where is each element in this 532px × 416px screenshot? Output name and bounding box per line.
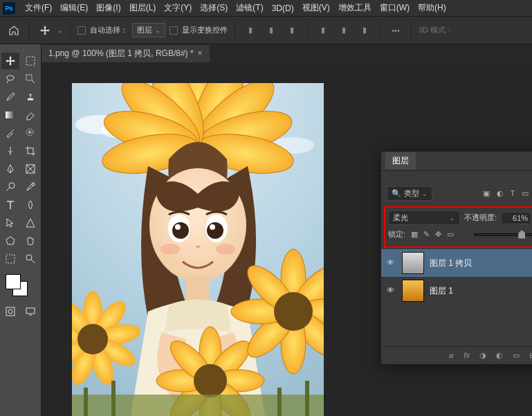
lock-paint-icon[interactable]: ✎ xyxy=(423,230,430,239)
svg-rect-8 xyxy=(6,255,15,263)
move-tool[interactable] xyxy=(1,53,19,69)
svg-point-55 xyxy=(194,364,227,397)
search-icon: 🔍 xyxy=(392,189,401,198)
align-left-icon[interactable]: ▮ xyxy=(242,22,259,39)
auto-select-label: 自动选择： xyxy=(90,25,128,35)
align-center-h-icon[interactable]: ▮ xyxy=(263,22,279,39)
hand-tool[interactable] xyxy=(21,233,39,249)
clone-stamp-tool[interactable] xyxy=(21,89,39,105)
layer-thumbnail[interactable] xyxy=(402,252,424,274)
pen-tool[interactable] xyxy=(1,161,19,177)
adjustment-layer-icon[interactable]: ◐ xyxy=(496,351,503,360)
layer-mask-icon[interactable]: ◑ xyxy=(479,351,486,360)
svg-rect-0 xyxy=(26,57,35,65)
shape-tool[interactable] xyxy=(21,215,39,231)
path-select-tool[interactable] xyxy=(1,215,19,231)
align-center-v-icon[interactable]: ▮ xyxy=(336,22,352,39)
brush-tool[interactable] xyxy=(1,89,19,105)
rectangle-tool[interactable] xyxy=(1,233,19,249)
new-layer-icon[interactable]: ⊞ xyxy=(529,351,532,360)
opacity-input[interactable]: 61% xyxy=(501,212,531,224)
menu-select[interactable]: 选择(S) xyxy=(196,2,232,14)
move-tool-indicator xyxy=(37,22,53,39)
layer-filter-type-dropdown[interactable]: 🔍 类型 ⌄ xyxy=(387,186,432,201)
menu-layer[interactable]: 图层(L) xyxy=(125,2,160,14)
blur-tool[interactable] xyxy=(21,197,39,213)
menu-image[interactable]: 图像(I) xyxy=(92,2,125,14)
menu-type[interactable]: 文字(Y) xyxy=(160,2,196,14)
dodge-tool[interactable] xyxy=(1,179,19,195)
spot-heal-tool[interactable] xyxy=(21,125,39,141)
menu-file[interactable]: 文件(F) xyxy=(21,2,56,14)
svg-point-40 xyxy=(172,222,189,239)
screen-mode-tool[interactable] xyxy=(21,303,39,320)
gradient-tool[interactable] xyxy=(1,107,19,123)
layer-name[interactable]: 图层 1 xyxy=(430,285,453,297)
type-tool[interactable] xyxy=(1,197,19,213)
filter-adjust-icon[interactable]: ◐ xyxy=(497,189,504,198)
opacity-slider[interactable] xyxy=(474,233,532,236)
menu-plugins[interactable]: 增效工具 xyxy=(334,2,376,14)
history-brush-tool[interactable] xyxy=(21,179,39,195)
crop-tool[interactable] xyxy=(21,143,39,159)
layer-item[interactable]: 👁 图层 1 xyxy=(381,277,532,305)
ellipse-tool[interactable] xyxy=(1,251,19,267)
foreground-color-swatch[interactable] xyxy=(6,274,21,289)
filter-shape-icon[interactable]: ▭ xyxy=(522,189,529,198)
eraser-tool[interactable] xyxy=(21,107,39,123)
align-top-icon[interactable]: ▮ xyxy=(315,22,331,39)
paint-bucket-tool[interactable] xyxy=(1,143,19,159)
menu-3d[interactable]: 3D(D) xyxy=(268,3,298,13)
tool-preset-dropdown[interactable]: ⌄ xyxy=(57,27,63,34)
lock-artboard-icon[interactable]: ▭ xyxy=(447,230,454,239)
visibility-icon[interactable]: 👁 xyxy=(387,286,396,296)
blend-mode-dropdown[interactable]: 柔光⌄ xyxy=(388,210,460,225)
lock-transparent-icon[interactable]: ▩ xyxy=(411,230,418,239)
svg-rect-10 xyxy=(6,307,15,316)
menu-filter[interactable]: 滤镜(T) xyxy=(232,2,267,14)
toolbox-handle[interactable]: ⋮⋮ xyxy=(1,47,39,53)
layer-fx-icon[interactable]: fx xyxy=(464,351,470,360)
more-options-icon[interactable]: ••• xyxy=(387,22,404,39)
document-tab-close[interactable]: × xyxy=(198,48,203,58)
lasso-tool[interactable] xyxy=(1,71,19,87)
options-bar: ⌄ 自动选择： 图层⌄ 显示变换控件 ▮ ▮ ▮ ▮ ▮ ▮ ••• 3D 模式… xyxy=(0,17,532,44)
filter-pixel-icon[interactable]: ▣ xyxy=(483,189,490,198)
home-button[interactable] xyxy=(6,22,22,39)
link-layers-icon[interactable]: ⌀ xyxy=(449,351,454,360)
workspace: ⋮⋮ xyxy=(0,44,532,416)
quick-mask-tool[interactable] xyxy=(1,303,19,320)
mode-3d-label: 3D 模式： xyxy=(419,25,453,35)
layer-item[interactable]: 👁 图层 1 拷贝 xyxy=(381,249,532,277)
svg-point-11 xyxy=(8,309,12,314)
marquee-tool[interactable] xyxy=(21,53,39,69)
auto-select-checkbox[interactable] xyxy=(77,26,86,35)
align-right-icon[interactable]: ▮ xyxy=(284,22,300,39)
opacity-label: 不透明度: xyxy=(464,212,497,223)
eyedropper-tool[interactable] xyxy=(1,125,19,141)
filter-type-icon[interactable]: T xyxy=(511,189,515,198)
menu-window[interactable]: 窗口(W) xyxy=(376,2,414,14)
zoom-tool[interactable] xyxy=(21,251,39,267)
svg-point-42 xyxy=(175,224,181,230)
frame-tool[interactable] xyxy=(21,161,39,177)
canvas[interactable] xyxy=(72,83,324,416)
show-transform-label: 显示变换控件 xyxy=(182,25,228,35)
menu-view[interactable]: 视图(V) xyxy=(298,2,334,14)
quick-select-tool[interactable] xyxy=(21,71,39,87)
layer-name[interactable]: 图层 1 拷贝 xyxy=(430,257,472,269)
group-icon[interactable]: ▭ xyxy=(513,351,520,360)
document-tab[interactable]: 1.png @ 100% (图层 1 拷贝, RGB/8#) * × xyxy=(42,45,210,62)
auto-select-target-dropdown[interactable]: 图层⌄ xyxy=(132,23,165,37)
show-transform-checkbox[interactable] xyxy=(169,26,178,35)
svg-rect-12 xyxy=(26,308,35,314)
visibility-icon[interactable]: 👁 xyxy=(387,258,396,268)
layer-thumbnail[interactable] xyxy=(402,280,424,302)
menu-help[interactable]: 帮助(H) xyxy=(414,2,450,14)
color-swatches[interactable] xyxy=(1,274,39,299)
layers-panel-tab[interactable]: 图层 xyxy=(385,152,416,170)
menu-edit[interactable]: 编辑(E) xyxy=(56,2,92,14)
document-tab-strip: 1.png @ 100% (图层 1 拷贝, RGB/8#) * × xyxy=(42,44,532,62)
lock-position-icon[interactable]: ✥ xyxy=(435,230,441,239)
align-bottom-icon[interactable]: ▮ xyxy=(356,22,373,39)
